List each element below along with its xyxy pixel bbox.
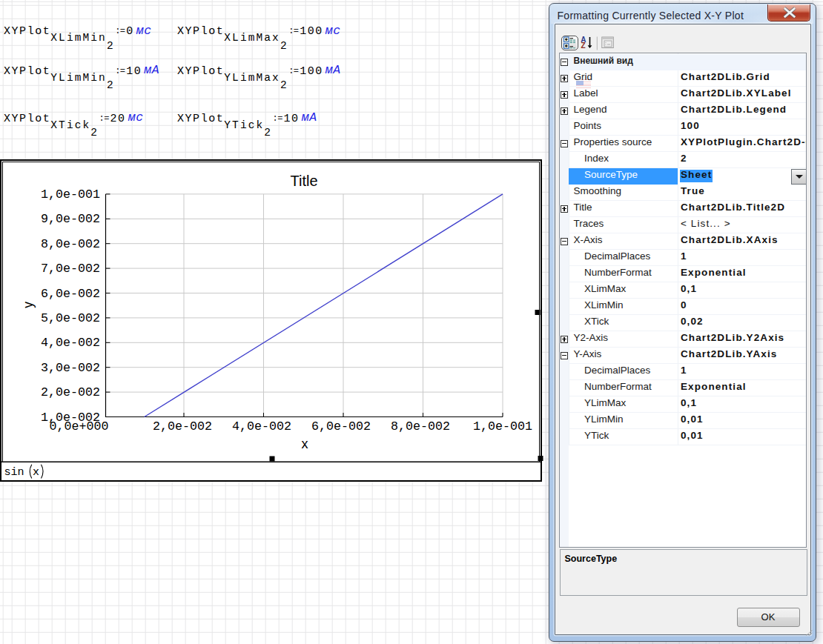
svg-text:9,0e-002: 9,0e-002 bbox=[41, 212, 100, 226]
svg-text:sin: sin bbox=[4, 466, 24, 479]
svg-text:x: x bbox=[302, 436, 308, 451]
svg-text:6,0e-002: 6,0e-002 bbox=[311, 419, 371, 434]
svg-text:1,0e-001: 1,0e-001 bbox=[473, 419, 532, 434]
svg-text:y: y bbox=[21, 302, 36, 308]
svg-text:2,0e-002: 2,0e-002 bbox=[153, 419, 212, 434]
svg-text:Z: Z bbox=[581, 42, 586, 50]
svg-text:8,0e-002: 8,0e-002 bbox=[41, 237, 100, 251]
svg-text:5,0e-002: 5,0e-002 bbox=[41, 311, 100, 325]
svg-text:4,0e-002: 4,0e-002 bbox=[232, 419, 291, 434]
svg-text:Title: Title bbox=[290, 173, 317, 189]
svg-text:1,0e-001: 1,0e-001 bbox=[41, 187, 100, 202]
svg-text:4,0e-002: 4,0e-002 bbox=[41, 336, 100, 350]
svg-text:6,0e-002: 6,0e-002 bbox=[41, 287, 100, 301]
svg-text:3,0e-002: 3,0e-002 bbox=[41, 361, 100, 375]
svg-text:0,0e+000: 0,0e+000 bbox=[50, 419, 109, 434]
svg-text:7,0e-002: 7,0e-002 bbox=[41, 262, 100, 276]
svg-text:x: x bbox=[33, 466, 39, 479]
svg-text:8,0e-002: 8,0e-002 bbox=[391, 419, 450, 434]
svg-text:2,0e-002: 2,0e-002 bbox=[41, 385, 100, 399]
